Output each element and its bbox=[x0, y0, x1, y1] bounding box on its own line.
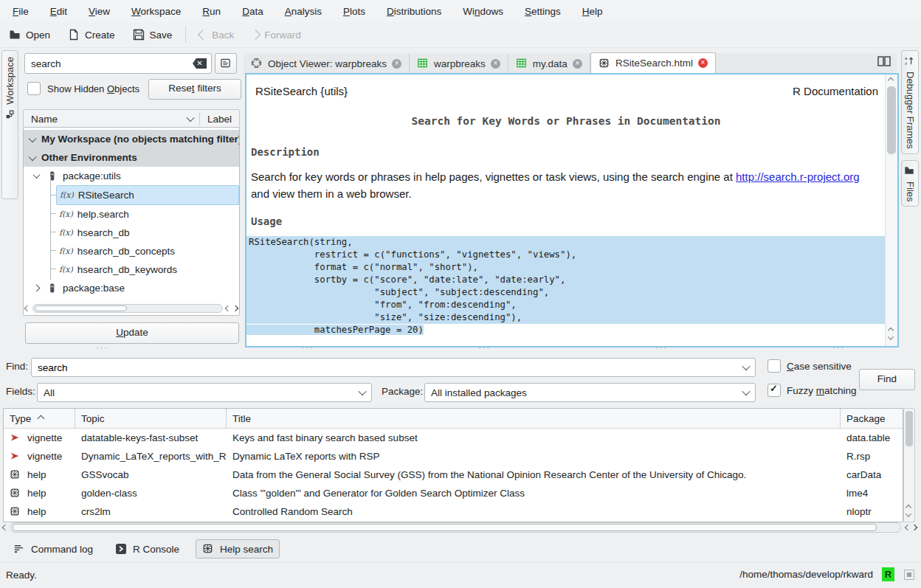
scroll-right-icon[interactable] bbox=[232, 305, 238, 311]
tree-item-hsearch-db-keywords[interactable]: f(x) hsearch_db_keywords bbox=[24, 260, 239, 279]
results-horizontal-scrollbar[interactable] bbox=[0, 522, 921, 533]
tab-warpbreaks[interactable]: warpbreaks × bbox=[410, 54, 508, 73]
menu-windows[interactable]: Windows bbox=[463, 6, 503, 17]
tree-item-hsearch-db[interactable]: f(x) hsearch_db bbox=[24, 224, 239, 242]
menu-view[interactable]: View bbox=[89, 6, 110, 17]
menu-workspace[interactable]: Workspace bbox=[131, 6, 181, 17]
search-r-project-link[interactable]: http://search.r-project.org bbox=[736, 170, 860, 183]
tree-item-hsearch-db-concepts[interactable]: f(x) hsearch_db_concepts bbox=[24, 242, 239, 260]
list-options-button[interactable] bbox=[215, 53, 237, 74]
workspace-icon bbox=[4, 109, 16, 121]
tab-my-data[interactable]: my.data × bbox=[508, 54, 590, 73]
expander-icon[interactable] bbox=[28, 134, 36, 142]
scrollbar-thumb[interactable] bbox=[887, 86, 896, 154]
command-log-tab[interactable]: Command log bbox=[7, 540, 99, 558]
fields-combobox[interactable]: All bbox=[37, 383, 372, 402]
split-view-icon[interactable] bbox=[877, 56, 891, 69]
column-package[interactable]: Package bbox=[841, 409, 903, 428]
save-button[interactable]: Save bbox=[124, 24, 182, 46]
result-row[interactable]: vignette datatable-keys-fast-subset Keys… bbox=[4, 429, 903, 447]
tab-rsitesearch-html[interactable]: RSiteSearch.html × bbox=[590, 52, 716, 73]
document-vertical-scrollbar[interactable] bbox=[885, 75, 897, 346]
splitter-handle[interactable]: ··· bbox=[96, 343, 108, 352]
help-icon bbox=[10, 506, 21, 518]
tree-guide-tick bbox=[50, 195, 56, 196]
save-icon bbox=[133, 29, 145, 41]
tree-guide-tick bbox=[50, 250, 56, 251]
tree-item-package-utils[interactable]: package:utils bbox=[24, 167, 239, 185]
clear-search-icon[interactable]: ✕ bbox=[193, 58, 207, 69]
chevron-right-icon bbox=[250, 30, 261, 40]
close-tab-icon[interactable]: × bbox=[698, 58, 708, 68]
find-combobox[interactable] bbox=[31, 358, 756, 377]
scroll-left-icon[interactable] bbox=[2, 525, 8, 530]
splitter-handle[interactable]: ··· bbox=[832, 343, 845, 352]
find-input[interactable] bbox=[32, 362, 743, 374]
workspace-search-input[interactable] bbox=[25, 58, 193, 69]
menu-edit[interactable]: Edit bbox=[50, 6, 67, 17]
results-vertical-scrollbar[interactable] bbox=[903, 408, 915, 522]
status-message: Ready. bbox=[6, 570, 37, 581]
menu-analysis[interactable]: Analysis bbox=[285, 6, 322, 17]
menu-settings[interactable]: Settings bbox=[525, 6, 561, 17]
open-button[interactable]: Open bbox=[0, 24, 59, 46]
close-tab-icon[interactable]: × bbox=[392, 59, 401, 69]
fuzzy-matching-checkbox[interactable] bbox=[768, 384, 781, 397]
interrupt-r-icon[interactable] bbox=[903, 569, 915, 581]
expander-icon[interactable] bbox=[28, 152, 36, 160]
expander-icon[interactable] bbox=[33, 171, 41, 179]
column-type[interactable]: Type bbox=[4, 409, 75, 428]
result-row[interactable]: vignette Dynamic_LaTeX_reports_with_RSP … bbox=[4, 447, 903, 466]
scroll-left-icon[interactable] bbox=[225, 305, 231, 311]
menu-plots[interactable]: Plots bbox=[343, 6, 365, 17]
tree-horizontal-scrollbar[interactable] bbox=[25, 304, 238, 313]
column-topic[interactable]: Topic bbox=[75, 409, 227, 428]
splitter-handle[interactable]: ··· bbox=[301, 343, 314, 352]
workspace-dock-tab[interactable]: Workspace bbox=[1, 50, 18, 199]
result-row[interactable]: help golden-class Class '"golden"' and G… bbox=[4, 484, 903, 502]
find-button[interactable]: Find bbox=[859, 369, 915, 390]
menu-file[interactable]: File bbox=[13, 6, 29, 17]
scroll-left-icon[interactable] bbox=[905, 525, 911, 530]
forward-button[interactable]: Forward bbox=[243, 24, 310, 46]
result-row[interactable]: help crs2lm Controlled Random Search nlo… bbox=[4, 502, 903, 521]
tree-item-rsitesearch[interactable]: f(x) RSiteSearch bbox=[56, 185, 239, 205]
menu-help[interactable]: Help bbox=[582, 6, 603, 17]
debugger-frames-dock-tab[interactable]: az Debugger Frames bbox=[901, 50, 919, 154]
menu-data[interactable]: Data bbox=[242, 6, 263, 17]
scroll-right-icon[interactable] bbox=[911, 525, 917, 530]
case-sensitive-checkbox[interactable] bbox=[768, 359, 781, 373]
tree-item-package-base[interactable]: package:base bbox=[24, 279, 239, 297]
vignette-icon bbox=[10, 432, 21, 444]
show-hidden-checkbox[interactable] bbox=[27, 82, 41, 95]
splitter-handle[interactable]: ··· bbox=[655, 343, 668, 352]
r-console-tab[interactable]: R Console bbox=[109, 540, 185, 558]
result-row[interactable]: help GSSvocab Data from the General Soci… bbox=[4, 466, 903, 484]
close-tab-icon[interactable]: × bbox=[491, 59, 500, 69]
chevron-down-icon bbox=[358, 387, 366, 395]
column-title[interactable]: Title bbox=[227, 409, 841, 428]
files-dock-tab[interactable]: Files bbox=[901, 160, 919, 207]
menu-run[interactable]: Run bbox=[202, 6, 221, 17]
reset-filters-button[interactable]: Reset filters bbox=[148, 79, 241, 100]
update-button[interactable]: Update bbox=[25, 322, 239, 344]
tree-section-my-workspace[interactable]: My Workspace (no objects matching filter… bbox=[24, 130, 239, 148]
tree-guide-tick bbox=[50, 269, 56, 269]
usage-code-block[interactable]: RSiteSearch(string, restrict = c("functi… bbox=[246, 236, 886, 336]
tab-object-viewer-warpbreaks[interactable]: Object Viewer: warpbreaks × bbox=[244, 54, 410, 73]
tree-item-help-search[interactable]: f(x) help.search bbox=[24, 205, 239, 224]
expander-icon[interactable] bbox=[33, 285, 41, 292]
tree-guide-tick bbox=[50, 213, 56, 214]
help-search-tab[interactable]: Help search bbox=[196, 539, 280, 558]
tree-column-header[interactable]: Name Label bbox=[23, 109, 240, 128]
create-button[interactable]: Create bbox=[59, 24, 124, 46]
menu-distributions[interactable]: Distributions bbox=[387, 6, 441, 17]
scroll-left-icon[interactable] bbox=[24, 305, 30, 311]
package-combobox[interactable]: All installed packages bbox=[424, 383, 756, 402]
splitter-handle[interactable]: ··· bbox=[478, 343, 491, 352]
back-button[interactable]: Back bbox=[190, 24, 243, 46]
scrollbar-thumb[interactable] bbox=[906, 411, 913, 446]
menubar: File Edit View Workspace Run Data Analys… bbox=[0, 0, 921, 22]
tree-section-other-environments[interactable]: Other Environments bbox=[24, 148, 239, 167]
close-tab-icon[interactable]: × bbox=[573, 59, 582, 69]
